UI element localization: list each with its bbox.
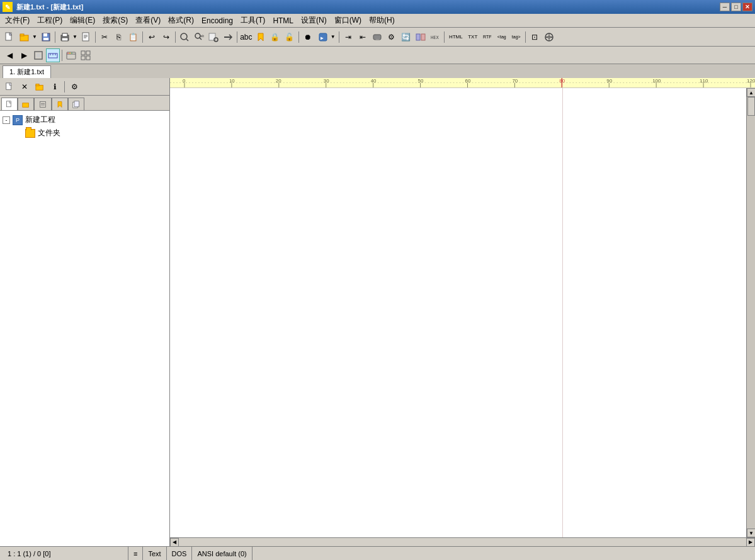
- sidebar-content[interactable]: - P 新建工程 文件夹: [0, 111, 169, 546]
- editor-text-area[interactable]: [170, 88, 746, 537]
- svg-text:120: 120: [747, 78, 755, 83]
- macro-record-button[interactable]: ⏺: [301, 30, 315, 44]
- sidebar-new-btn[interactable]: [3, 80, 16, 94]
- print-dropdown-arrow[interactable]: ▼: [72, 34, 78, 40]
- comment-button[interactable]: …: [370, 30, 384, 44]
- browser-btn[interactable]: [64, 48, 78, 62]
- sidebar-delete-btn[interactable]: ✕: [18, 80, 31, 94]
- sidebar-tab-new[interactable]: [1, 98, 18, 110]
- tree-project-children: 文件夹: [15, 126, 167, 140]
- svg-rect-50: [7, 101, 11, 106]
- svg-point-14: [181, 33, 187, 40]
- sidebar-properties-btn[interactable]: ℹ: [48, 80, 62, 94]
- next-button[interactable]: ▶: [17, 48, 31, 62]
- tree-folder[interactable]: 文件夹: [15, 126, 167, 140]
- find-in-files-button[interactable]: [207, 30, 220, 44]
- menu-encoding[interactable]: Encoding: [198, 14, 237, 27]
- tab-bar: 1. 新建1.txt: [0, 64, 755, 78]
- text-editor[interactable]: [170, 88, 746, 537]
- tab-main-file[interactable]: 1. 新建1.txt: [3, 65, 51, 78]
- macro-dropdown[interactable]: ▶ ▼: [315, 30, 337, 44]
- macro-dropdown-arrow[interactable]: ▼: [330, 34, 336, 40]
- thumbnail-btn[interactable]: [79, 48, 93, 62]
- open-file-button[interactable]: ▼: [17, 30, 38, 44]
- go-to-line-button[interactable]: [221, 30, 235, 44]
- vertical-scrollbar[interactable]: ▲ ▼: [746, 88, 755, 537]
- tag-close-button[interactable]: ⊡: [528, 30, 542, 44]
- svg-rect-27: [416, 34, 420, 40]
- menu-search[interactable]: 搜索(S): [99, 14, 132, 27]
- svg-line-15: [186, 39, 188, 41]
- main-area: ✕ ℹ ⚙: [0, 78, 755, 546]
- page-setup-button[interactable]: [79, 30, 93, 44]
- close-button[interactable]: ✕: [742, 3, 752, 11]
- scroll-track[interactable]: [747, 97, 755, 529]
- menu-edit[interactable]: 编辑(E): [66, 14, 99, 27]
- paste-button[interactable]: 📋: [127, 30, 140, 44]
- sidebar-tab-copy[interactable]: [68, 98, 84, 110]
- outdent-button[interactable]: ⇤: [356, 30, 370, 44]
- hex-view-button[interactable]: HEX: [428, 30, 442, 44]
- compare-button[interactable]: [414, 30, 428, 44]
- user-tools-button[interactable]: ⚙: [385, 30, 399, 44]
- scroll-left-button[interactable]: ◀: [170, 538, 179, 547]
- sidebar-open-btn[interactable]: [33, 80, 47, 94]
- prev-button[interactable]: ◀: [3, 48, 16, 62]
- redo-button[interactable]: ↪: [159, 30, 173, 44]
- ctag-button[interactable]: <tag: [495, 30, 509, 44]
- scroll-up-button[interactable]: ▲: [747, 88, 755, 97]
- tree-expand-project[interactable]: -: [3, 116, 10, 124]
- indent-button[interactable]: ⇥: [341, 30, 355, 44]
- charset-button[interactable]: [542, 30, 556, 44]
- horizontal-scrollbar[interactable]: ◀ ▶: [170, 537, 755, 546]
- ruler-toggle-button[interactable]: [46, 48, 60, 62]
- svg-rect-3: [20, 34, 24, 36]
- svg-rect-46: [86, 56, 90, 60]
- sidebar-tab-bookmark[interactable]: [52, 98, 68, 110]
- tree-project[interactable]: - P 新建工程: [3, 113, 167, 126]
- menu-file[interactable]: 文件(F): [1, 14, 33, 27]
- toggle-bookmark-button[interactable]: [254, 30, 268, 44]
- menu-project[interactable]: 工程(P): [33, 14, 66, 27]
- status-line-ending: DOS: [167, 547, 193, 560]
- minimize-button[interactable]: ─: [720, 3, 730, 11]
- scroll-right-button[interactable]: ▶: [746, 538, 755, 547]
- unlock-button[interactable]: 🔓: [283, 30, 297, 44]
- ruler: 0 10 20 30 40 50: [170, 78, 755, 88]
- etag-button[interactable]: tag>: [509, 30, 523, 44]
- menu-view[interactable]: 查看(V): [132, 14, 164, 27]
- spell-check-button[interactable]: abc: [239, 30, 253, 44]
- new-file-button[interactable]: [3, 30, 16, 44]
- sync-button[interactable]: 🔄: [399, 30, 413, 44]
- project-icon: P: [13, 115, 23, 125]
- menu-tools[interactable]: 工具(T): [237, 14, 269, 27]
- undo-button[interactable]: ↩: [145, 30, 159, 44]
- menu-help[interactable]: 帮助(H): [365, 14, 399, 27]
- find-button[interactable]: [178, 30, 191, 44]
- copy-button[interactable]: ⎘: [112, 30, 126, 44]
- status-bar: 1 : 1 (1) / 0 [0] ≡ Text DOS ANSI defaul…: [0, 546, 755, 560]
- sidebar-tab-text[interactable]: [34, 98, 52, 110]
- menu-format[interactable]: 格式(R): [164, 14, 198, 27]
- save-button[interactable]: [39, 30, 53, 44]
- sidebar-tab-open[interactable]: [18, 98, 34, 110]
- cut-button[interactable]: ✂: [98, 30, 111, 44]
- find-replace-button[interactable]: ab: [192, 30, 206, 44]
- maximize-button[interactable]: □: [731, 3, 741, 11]
- txt-mode-button[interactable]: TXT: [466, 30, 480, 44]
- stop-button[interactable]: [31, 48, 45, 62]
- rtf-mode-button[interactable]: RTF: [480, 30, 494, 44]
- menu-window[interactable]: 窗口(W): [331, 14, 365, 27]
- menu-settings[interactable]: 设置(N): [297, 14, 331, 27]
- status-position: 1 : 1 (1) / 0 [0]: [3, 547, 128, 560]
- svg-text:…: …: [375, 36, 380, 40]
- open-dropdown-arrow[interactable]: ▼: [31, 34, 38, 40]
- svg-text:ab: ab: [200, 34, 204, 38]
- menu-html[interactable]: HTML: [269, 14, 297, 27]
- print-button[interactable]: ▼: [57, 30, 79, 44]
- html-mode-button[interactable]: HTML: [446, 30, 465, 44]
- scroll-thumb[interactable]: [747, 97, 755, 116]
- lock-button[interactable]: 🔒: [268, 30, 282, 44]
- scroll-down-button[interactable]: ▼: [747, 529, 755, 537]
- sidebar-tools-btn[interactable]: ⚙: [67, 80, 81, 94]
